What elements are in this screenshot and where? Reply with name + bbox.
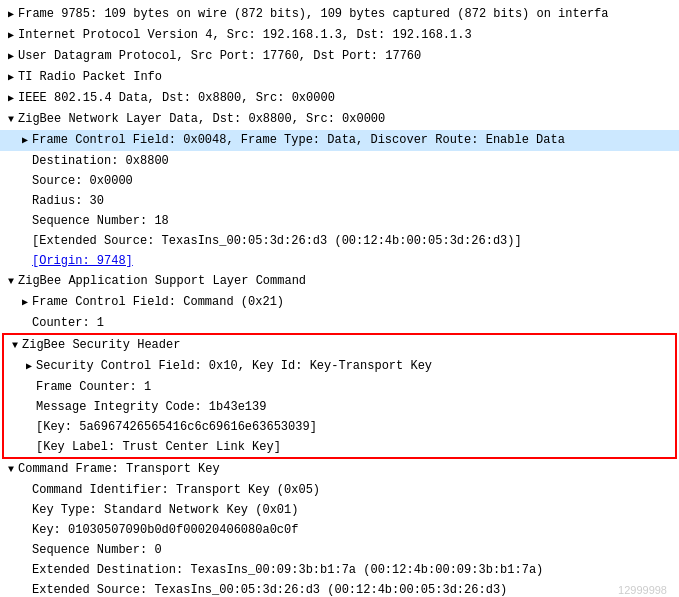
tree-item-text: User Datagram Protocol, Src Port: 17760,… — [18, 49, 421, 63]
tree-toggle[interactable]: ▶ — [18, 294, 32, 312]
tree-row[interactable]: Counter: 1 — [0, 313, 679, 333]
tree-item-text: Frame Control Field: Command (0x21) — [32, 295, 284, 309]
tree-row[interactable]: ▶IEEE 802.15.4 Data, Dst: 0x8800, Src: 0… — [0, 88, 679, 109]
tree-row[interactable]: Sequence Number: 18 — [0, 211, 679, 231]
tree-item-text: Frame Control Field: 0x0048, Frame Type:… — [32, 133, 565, 147]
tree-row[interactable]: Message Integrity Code: 1b43e139 — [4, 397, 675, 417]
tree-row[interactable]: ▼ZigBee Security Header — [4, 335, 675, 356]
tree-item-text: Frame Counter: 1 — [36, 380, 151, 394]
tree-item-text: Sequence Number: 18 — [32, 214, 169, 228]
tree-item-text: Message Integrity Code: 1b43e139 — [36, 400, 266, 414]
tree-item-text: [Key Label: Trust Center Link Key] — [36, 440, 281, 454]
tree-row[interactable]: [Key Label: Trust Center Link Key] — [4, 437, 675, 457]
tree-toggle[interactable]: ▶ — [4, 90, 18, 108]
tree-item-text: Key: 01030507090b0d0f00020406080a0c0f — [32, 523, 298, 537]
tree-row[interactable]: Key Type: Standard Network Key (0x01) — [0, 500, 679, 520]
tree-item-text: IEEE 802.15.4 Data, Dst: 0x8800, Src: 0x… — [18, 91, 335, 105]
tree-item-text: Internet Protocol Version 4, Src: 192.16… — [18, 28, 472, 42]
tree-row[interactable]: Destination: 0x8800 — [0, 151, 679, 171]
tree-item-text: TI Radio Packet Info — [18, 70, 162, 84]
tree-row[interactable]: ▶User Datagram Protocol, Src Port: 17760… — [0, 46, 679, 67]
tree-toggle[interactable]: ▶ — [22, 358, 36, 376]
tree-row[interactable]: [Key: 5a6967426565416c6c69616e63653039] — [4, 417, 675, 437]
tree-toggle[interactable]: ▼ — [4, 461, 18, 479]
tree-item-text: Counter: 1 — [32, 316, 104, 330]
tree-row[interactable]: ▶Frame Control Field: Command (0x21) — [0, 292, 679, 313]
tree-row[interactable]: [Origin: 9748] — [0, 251, 679, 271]
tree-item-text: Command Frame: Transport Key — [18, 462, 220, 476]
tree-row[interactable]: ▼ZigBee Network Layer Data, Dst: 0x8800,… — [0, 109, 679, 130]
tree-row[interactable]: Extended Destination: TexasIns_00:09:3b:… — [0, 560, 679, 580]
tree-toggle[interactable]: ▼ — [4, 273, 18, 291]
tree-row[interactable]: ▶TI Radio Packet Info — [0, 67, 679, 88]
tree-item-text: Extended Source: TexasIns_00:05:3d:26:d3… — [32, 583, 507, 597]
tree-item-text: Key Type: Standard Network Key (0x01) — [32, 503, 298, 517]
tree-row[interactable]: Frame Counter: 1 — [4, 377, 675, 397]
tree-item-text: ZigBee Network Layer Data, Dst: 0x8800, … — [18, 112, 385, 126]
tree-item-text: Sequence Number: 0 — [32, 543, 162, 557]
tree-item-text: Extended Destination: TexasIns_00:09:3b:… — [32, 563, 543, 577]
tree-item-text[interactable]: [Origin: 9748] — [32, 254, 133, 268]
tree-item-text: Command Identifier: Transport Key (0x05) — [32, 483, 320, 497]
tree-row[interactable]: [Extended Source: TexasIns_00:05:3d:26:d… — [0, 231, 679, 251]
tree-row[interactable]: ▼ZigBee Application Support Layer Comman… — [0, 271, 679, 292]
tree-item-text: Source: 0x0000 — [32, 174, 133, 188]
tree-item-text: Security Control Field: 0x10, Key Id: Ke… — [36, 359, 432, 373]
tree-row[interactable]: Extended Source: TexasIns_00:05:3d:26:d3… — [0, 580, 679, 597]
tree-row[interactable]: Sequence Number: 0 — [0, 540, 679, 560]
tree-row[interactable]: ▶Frame Control Field: 0x0048, Frame Type… — [0, 130, 679, 151]
tree-row[interactable]: ▼Command Frame: Transport Key — [0, 459, 679, 480]
tree-toggle[interactable]: ▶ — [4, 48, 18, 66]
tree-toggle[interactable]: ▶ — [4, 6, 18, 24]
tree-toggle[interactable]: ▶ — [4, 27, 18, 45]
tree-row[interactable]: ▶Internet Protocol Version 4, Src: 192.1… — [0, 25, 679, 46]
tree-item-text: Frame 9785: 109 bytes on wire (872 bits)… — [18, 7, 609, 21]
tree-item-text: Destination: 0x8800 — [32, 154, 169, 168]
tree-item-text: [Extended Source: TexasIns_00:05:3d:26:d… — [32, 234, 522, 248]
packet-tree: ▶Frame 9785: 109 bytes on wire (872 bits… — [0, 0, 679, 597]
tree-toggle[interactable]: ▶ — [18, 132, 32, 150]
tree-row[interactable]: Command Identifier: Transport Key (0x05) — [0, 480, 679, 500]
tree-toggle[interactable]: ▼ — [8, 337, 22, 355]
tree-item-text: ZigBee Application Support Layer Command — [18, 274, 306, 288]
tree-item-text: [Key: 5a6967426565416c6c69616e63653039] — [36, 420, 317, 434]
security-header-box: ▼ZigBee Security Header ▶Security Contro… — [2, 333, 677, 459]
tree-row[interactable]: Radius: 30 — [0, 191, 679, 211]
tree-row[interactable]: Key: 01030507090b0d0f00020406080a0c0f — [0, 520, 679, 540]
tree-toggle[interactable]: ▼ — [4, 111, 18, 129]
tree-toggle[interactable]: ▶ — [4, 69, 18, 87]
tree-item-text: Radius: 30 — [32, 194, 104, 208]
tree-item-text: ZigBee Security Header — [22, 338, 180, 352]
tree-row[interactable]: ▶Frame 9785: 109 bytes on wire (872 bits… — [0, 4, 679, 25]
tree-row[interactable]: ▶Security Control Field: 0x10, Key Id: K… — [4, 356, 675, 377]
tree-row[interactable]: Source: 0x0000 — [0, 171, 679, 191]
